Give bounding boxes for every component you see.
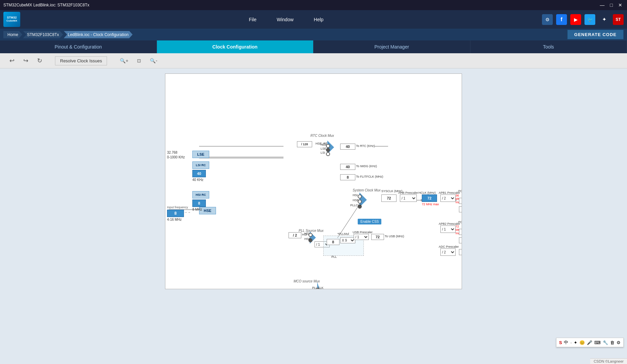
tab-clock[interactable]: Clock Configuration	[157, 40, 314, 53]
breadcrumb-home[interactable]: Home	[3, 31, 22, 38]
toolbar: ↩ ↪ ↻ Resolve Clock Issues 🔍+ ⊡ 🔍-	[0, 53, 627, 68]
zoom-out-button[interactable]: 🔍-	[147, 57, 160, 65]
youtube-icon[interactable]: ▶	[570, 14, 581, 25]
hse-sys-label: HSE	[353, 199, 359, 202]
sysclk-radio-hsi[interactable]	[358, 194, 362, 199]
lsi-rc-box: LSI RC	[192, 161, 209, 169]
main-content: Input frequency 8 4-16 MHz HSE 32.768 0-…	[0, 68, 627, 364]
generate-code-button[interactable]: GENERATE CODE	[567, 30, 624, 39]
ime-delete[interactable]: 🗑	[610, 340, 615, 345]
pclk1-box: 36	[459, 198, 462, 204]
ime-semicolon[interactable]: ·	[570, 340, 572, 345]
hsi-src-label: HSI	[304, 232, 309, 235]
zoom-in-button[interactable]: 🔍+	[117, 57, 131, 65]
hse-range-label: 4-16 MHz	[167, 218, 182, 221]
hsi-rc-box[interactable]: 8	[192, 200, 206, 207]
menu-window[interactable]: Window	[273, 15, 297, 24]
hsi-rc-label: HSI RC	[192, 191, 209, 199]
maximize-button[interactable]: □	[609, 2, 614, 8]
lsi-rc-val-box[interactable]: 40	[192, 170, 206, 177]
logo: STM32 CubeMX	[3, 12, 20, 27]
adc-label: ADC Prescaler	[439, 245, 459, 248]
refresh-button[interactable]: ↻	[34, 56, 45, 66]
social-icons: ⚙ f ▶ 🐦 ✦ ST	[542, 14, 624, 25]
close-button[interactable]: ✕	[617, 2, 624, 8]
menu-items: File Window Help	[30, 15, 542, 24]
adc-out-box: 18	[459, 249, 462, 255]
to-iwdg-box: 40	[340, 164, 355, 170]
status-bar: CSDN ©Langneer	[590, 358, 627, 364]
pclk1-label: PCLK1	[458, 189, 462, 193]
breadcrumb-device[interactable]: STM32F103C8Tx	[23, 31, 63, 38]
st-logo[interactable]: ST	[613, 14, 624, 25]
ime-emoji[interactable]: 😊	[579, 340, 585, 345]
app-title: STM32CubeMX LedBlink.ioc: STM32F103C8Tx	[3, 3, 89, 7]
apb2-prescaler-select[interactable]: / 1 / 2	[440, 225, 456, 233]
hsi-mhz-label: 8 MHz	[192, 208, 202, 211]
flitfclk-box: 8	[340, 174, 355, 180]
pll-div2-box[interactable]: / 2	[289, 232, 301, 238]
hclk-box[interactable]: 72	[422, 194, 437, 202]
pllmul-label: *PLLMul	[337, 232, 349, 236]
ime-tools[interactable]: 🔧	[603, 340, 608, 345]
title-bar-controls: — □ ✕	[599, 2, 624, 8]
menu-file[interactable]: File	[245, 15, 260, 24]
input-freq-label: Input frequency	[167, 205, 188, 209]
to-iwdg-label: To IWDG (KHz)	[356, 164, 377, 168]
hse-src-label: HSE	[304, 237, 311, 241]
adc-prescaler-select[interactable]: / 2 / 4 / 6	[440, 248, 456, 256]
ime-keyboard[interactable]: ⌨	[594, 340, 601, 345]
tab-tools[interactable]: Tools	[470, 40, 627, 53]
minimize-button[interactable]: —	[599, 2, 606, 8]
clock-diagram: Input frequency 8 4-16 MHz HSE 32.768 0-…	[165, 73, 462, 289]
rtc-mux-radio-lse[interactable]	[326, 148, 330, 152]
usb-out-box: 72	[371, 234, 384, 240]
pllclk-label: PLLCLK	[350, 204, 362, 207]
twitter-icon[interactable]: 🐦	[584, 14, 595, 25]
menu-bar: STM32 CubeMX File Window Help ⚙ f ▶ 🐦 ✦ …	[0, 10, 627, 29]
sysclk-box: 72	[381, 194, 397, 202]
ime-toolbar: S 中 · ✦ 😊 🎤 ⌨ 🔧 🗑 ⚙	[556, 338, 624, 347]
settings-icon[interactable]: ⚙	[542, 14, 553, 25]
rtc-mux-radio-lsi[interactable]	[326, 152, 330, 156]
tab-bar: Pinout & Configuration Clock Configurati…	[0, 40, 627, 53]
usb-prescaler-select[interactable]: / 1 / 1.5	[354, 234, 369, 240]
hclk-label: HCLK (MHz)	[418, 191, 436, 194]
facebook-icon[interactable]: f	[556, 14, 567, 25]
breadcrumb-current[interactable]: LedBlink.ioc - Clock Configuration	[64, 31, 133, 38]
star-icon[interactable]: ✦	[599, 14, 609, 25]
to-rtc-label: To RTC (KHz)	[356, 144, 375, 148]
logo-area: STM32 CubeMX	[3, 12, 20, 27]
lse-box[interactable]: LSE	[192, 151, 209, 158]
fit-button[interactable]: ⊡	[134, 57, 144, 65]
hse-freq-box[interactable]: 8	[167, 210, 184, 217]
ahb-prescaler-select[interactable]: / 1 / 2	[400, 194, 417, 202]
hse-div128-box[interactable]: / 128	[297, 141, 312, 147]
tab-pinout[interactable]: Pinout & Configuration	[0, 40, 157, 53]
to-flitfclk-label: To FLITFCLK (MHz)	[356, 175, 383, 178]
enable-css-button[interactable]: Enable CSS	[358, 219, 381, 224]
ime-zh[interactable]: 中	[564, 339, 568, 345]
title-bar: STM32CubeMX LedBlink.ioc: STM32F103C8Tx …	[0, 0, 627, 10]
lse-txt: LSE	[321, 147, 326, 150]
ime-settings[interactable]: ⚙	[617, 340, 621, 345]
resolve-clock-button[interactable]: Resolve Clock Issues	[55, 56, 107, 65]
pll-label: PLL	[331, 255, 337, 259]
tab-project[interactable]: Project Manager	[314, 40, 470, 53]
undo-button[interactable]: ↩	[7, 56, 17, 66]
pclk2-box: 36	[459, 229, 462, 235]
menu-help[interactable]: Help	[310, 15, 327, 24]
ahb-prescaler-label: AHB Prescaler	[398, 191, 418, 194]
input-arrow: →→	[184, 210, 191, 214]
pllclk-mco-label: PLLCLK	[312, 286, 324, 289]
apb2-x2-box: X 2	[459, 237, 462, 243]
apb1-prescaler-select[interactable]: / 2 / 1	[440, 194, 456, 202]
ime-star[interactable]: ✦	[574, 340, 577, 345]
pll-mul-select[interactable]: X 9 X 6 X 8	[340, 237, 355, 243]
ime-mic[interactable]: 🎤	[587, 340, 592, 345]
redo-button[interactable]: ↪	[21, 56, 31, 66]
usb-prescaler-label: USB Prescaler	[353, 231, 373, 234]
lsi-label: 40 KHz	[192, 178, 203, 182]
hsi-sys-label: HSI	[353, 193, 358, 197]
hclk-max: 72 MHz max	[422, 203, 439, 206]
